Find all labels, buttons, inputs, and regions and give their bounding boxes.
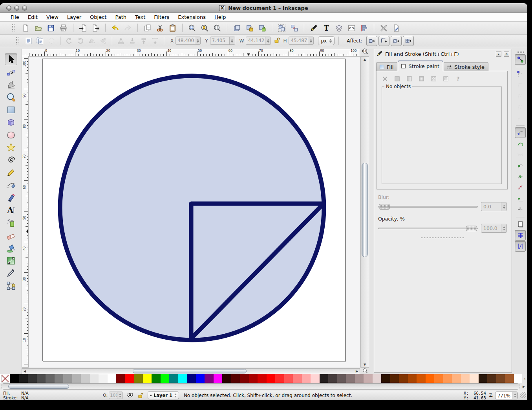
swatch-ffffff[interactable] bbox=[108, 374, 117, 383]
menu-path[interactable]: Path bbox=[111, 13, 131, 21]
vertical-scrollbar[interactable]: ▲ ▼ bbox=[360, 56, 369, 368]
swatch-ff0000[interactable] bbox=[267, 374, 276, 383]
swatch-000000[interactable] bbox=[10, 374, 19, 383]
tool-spray[interactable] bbox=[5, 217, 17, 229]
tool-selector[interactable] bbox=[5, 53, 17, 65]
swatch-808000[interactable] bbox=[134, 374, 143, 383]
swatch-ff6600[interactable] bbox=[426, 374, 435, 383]
menu-extensions[interactable]: Extensions bbox=[174, 13, 210, 21]
swatch-ffd5d5[interactable] bbox=[311, 374, 320, 383]
units-dropdown[interactable]: px bbox=[318, 36, 335, 45]
palette-prev-arrow[interactable]: ‹ bbox=[522, 374, 527, 383]
x-field[interactable]: 48.400 bbox=[176, 37, 201, 45]
swatch-b3b3b3[interactable] bbox=[72, 374, 81, 383]
swatch-2b0000[interactable] bbox=[222, 374, 231, 383]
horizontal-scroll-thumb[interactable] bbox=[133, 369, 247, 373]
swatch-502d16[interactable] bbox=[487, 374, 496, 383]
snap-page-border-toggle[interactable] bbox=[515, 219, 526, 230]
swatch-cccccc[interactable] bbox=[81, 374, 90, 383]
tool-paint-bucket[interactable] bbox=[5, 242, 17, 254]
swatch-00ffff[interactable] bbox=[178, 374, 187, 383]
tool-eraser[interactable] bbox=[5, 230, 17, 241]
scroll-down-arrow[interactable]: ▼ bbox=[361, 362, 369, 367]
swatch-808080[interactable] bbox=[55, 374, 64, 383]
xml-editor-button[interactable]: <> bbox=[347, 23, 356, 33]
menu-text[interactable]: Text bbox=[131, 13, 150, 21]
palette-scroll-thumb[interactable] bbox=[8, 384, 69, 389]
swatch-28170b[interactable] bbox=[479, 374, 488, 383]
swatch-f2f2f2[interactable] bbox=[99, 374, 108, 383]
swatch-ff7f2a[interactable] bbox=[434, 374, 443, 383]
swatch-ff5555[interactable] bbox=[284, 374, 293, 383]
snap-rotation-centers-toggle[interactable] bbox=[515, 204, 526, 215]
zoom-drawing-button[interactable] bbox=[200, 23, 210, 33]
swatch-008080[interactable] bbox=[169, 374, 178, 383]
swatch-e6e6e6[interactable] bbox=[90, 374, 99, 383]
swatch-ffff00[interactable] bbox=[143, 374, 152, 383]
swatch-d40000[interactable] bbox=[258, 374, 267, 383]
width-spinner[interactable] bbox=[265, 37, 271, 44]
toolbar-grip[interactable] bbox=[12, 24, 15, 32]
cut-button[interactable] bbox=[155, 23, 165, 33]
drawing-shape[interactable] bbox=[43, 59, 346, 362]
tool-star[interactable] bbox=[5, 142, 17, 153]
select-all-button[interactable] bbox=[24, 36, 33, 46]
opacity-spinner[interactable] bbox=[501, 224, 506, 232]
swatch-800000[interactable] bbox=[240, 374, 249, 383]
swatch-453c3c[interactable] bbox=[328, 374, 337, 383]
scroll-right-arrow[interactable]: ▶ bbox=[354, 369, 360, 374]
tab-stroke-style[interactable]: Stroke style bbox=[444, 62, 488, 71]
swatch-4d4d4d[interactable] bbox=[37, 374, 46, 383]
zoom-spinner[interactable] bbox=[512, 392, 517, 399]
scroll-left-arrow[interactable]: ◀ bbox=[22, 369, 27, 374]
undo-button[interactable] bbox=[110, 23, 120, 33]
tool-calligraphy[interactable] bbox=[5, 192, 17, 204]
tool-rectangle[interactable] bbox=[5, 104, 17, 116]
layer-visibility-icon[interactable] bbox=[127, 392, 133, 399]
swatch-aa4400[interactable] bbox=[408, 374, 417, 383]
swatch-none[interactable] bbox=[0, 374, 10, 383]
menu-help[interactable]: Help bbox=[210, 13, 230, 21]
save-button[interactable] bbox=[46, 23, 56, 33]
duplicate-button[interactable] bbox=[232, 23, 242, 33]
swatch-ffccaa[interactable] bbox=[461, 374, 470, 383]
swatch-877575[interactable] bbox=[346, 374, 355, 383]
tool-spiral[interactable] bbox=[5, 154, 17, 166]
fill-stroke-indicator[interactable]: Fill:N/A Stroke:N/A bbox=[0, 391, 59, 400]
vertical-ruler[interactable]: 1009080706050403020100 bbox=[22, 56, 29, 368]
open-button[interactable] bbox=[33, 23, 43, 33]
window-resize-grip[interactable] bbox=[520, 392, 526, 398]
swatch-ff0000[interactable] bbox=[125, 374, 134, 383]
opacity-value-field[interactable]: 100.0 bbox=[481, 224, 507, 233]
align-dialog-button[interactable] bbox=[359, 23, 369, 33]
menu-edit[interactable]: Edit bbox=[24, 13, 42, 21]
swatch-ffe6d5[interactable] bbox=[470, 374, 479, 383]
swatch-a05a2c[interactable] bbox=[505, 374, 514, 383]
toolbar-grip[interactable] bbox=[16, 37, 19, 45]
import-button[interactable] bbox=[78, 23, 88, 33]
copy-button[interactable] bbox=[143, 23, 152, 33]
menu-view[interactable]: View bbox=[42, 13, 63, 21]
palette-scrollbar[interactable] bbox=[1, 383, 520, 390]
swatch-ff9955[interactable] bbox=[443, 374, 452, 383]
swatch-ff8080[interactable] bbox=[293, 374, 302, 383]
swatch-ffaaaa[interactable] bbox=[302, 374, 311, 383]
blur-slider[interactable] bbox=[378, 204, 478, 210]
layer-selector[interactable]: Layer 1 bbox=[148, 391, 179, 399]
print-button[interactable] bbox=[59, 23, 68, 33]
tool-node-editor[interactable] bbox=[5, 66, 17, 78]
snap-paths-toggle[interactable] bbox=[515, 138, 526, 149]
tool-bezier-pen[interactable] bbox=[5, 179, 17, 191]
document-properties-button[interactable] bbox=[391, 23, 401, 33]
swatch-800000[interactable] bbox=[116, 374, 125, 383]
height-field[interactable]: 45.487 bbox=[289, 37, 314, 45]
tool-text[interactable]: A bbox=[5, 204, 17, 216]
y-field[interactable]: 7.405 bbox=[210, 37, 235, 45]
tool-zoom[interactable] bbox=[5, 91, 17, 103]
swatch-803300[interactable] bbox=[399, 374, 408, 383]
lock-ratio-icon[interactable] bbox=[274, 37, 280, 45]
y-spinner[interactable] bbox=[229, 37, 235, 44]
ungroup-button[interactable] bbox=[289, 23, 299, 33]
toolbar-grip[interactable] bbox=[516, 50, 524, 53]
swatch-665959[interactable] bbox=[337, 374, 346, 383]
